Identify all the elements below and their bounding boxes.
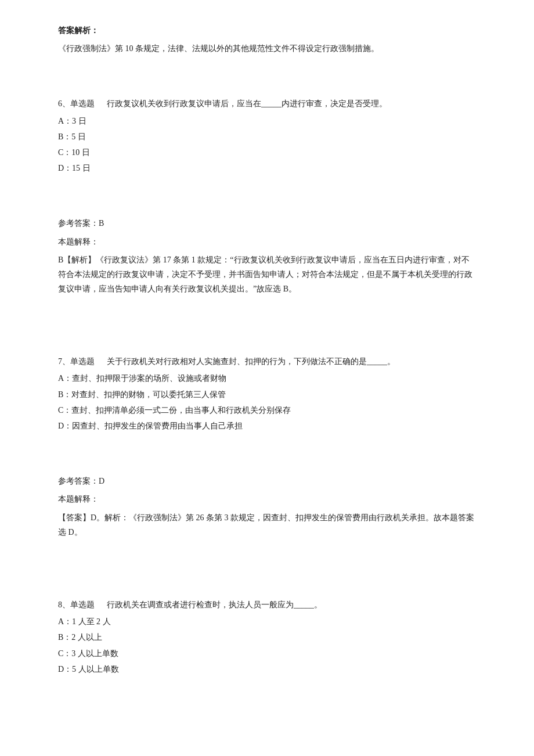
question-block-6: 6、单选题 行政复议机关收到行政复议申请后，应当在_____内进行审查，决定是否… (58, 96, 476, 175)
explanation-label-6: 本题解释： (58, 235, 476, 249)
option-7-d: D：因查封、扣押发生的保管费用由当事人自己承担 (58, 419, 476, 433)
option-7-c: C：查封、扣押清单必须一式二份，由当事人和行政机关分别保存 (58, 403, 476, 417)
option-8-a: A：1 人至 2 人 (58, 614, 476, 629)
question-number-6: 6、单选题 (58, 99, 95, 108)
question-title-6: 6、单选题 行政复议机关收到行政复议申请后，应当在_____内进行审查，决定是否… (58, 96, 476, 111)
explanation-label-7: 本题解释： (58, 492, 476, 506)
question-title-8: 8、单选题 行政机关在调查或者进行检查时，执法人员一般应为_____。 (58, 597, 476, 612)
explanation-text-7: 【答案】D。解析：《行政强制法》第 26 条第 3 款规定，因查封、扣押发生的保… (58, 510, 476, 539)
answer-analysis-section-5: 答案解析： 《行政强制法》第 10 条规定，法律、法规以外的其他规范性文件不得设… (58, 23, 476, 56)
spacer-9 (58, 568, 476, 586)
spacer-4 (58, 308, 476, 325)
spacer-2 (58, 181, 476, 199)
answer-label-5: 答案解析： (58, 26, 99, 35)
question-block-8: 8、单选题 行政机关在调查或者进行检查时，执法人员一般应为_____。 A：1 … (58, 597, 476, 676)
options-8: A：1 人至 2 人 B：2 人以上 C：3 人以上单数 D：5 人以上单数 (58, 614, 476, 676)
options-7: A：查封、扣押限于涉案的场所、设施或者财物 B：对查封、扣押的财物，可以委托第三… (58, 371, 476, 433)
spacer-3 (58, 199, 476, 216)
spacer-1 (58, 67, 476, 85)
option-6-a: A：3 日 (58, 114, 476, 128)
option-8-d: D：5 人以上单数 (58, 662, 476, 676)
question-number-8: 8、单选题 (58, 600, 95, 609)
question-block-7: 7、单选题 关于行政机关对行政相对人实施查封、扣押的行为，下列做法不正确的是__… (58, 354, 476, 433)
question-text-8: 行政机关在调查或者进行检查时，执法人员一般应为_____。 (107, 600, 322, 609)
question-title-7: 7、单选题 关于行政机关对行政相对人实施查封、扣押的行为，下列做法不正确的是__… (58, 354, 476, 369)
option-7-a: A：查封、扣押限于涉案的场所、设施或者财物 (58, 371, 476, 386)
spacer-6 (58, 439, 476, 456)
spacer-8 (58, 551, 476, 568)
option-6-d: D：15 日 (58, 161, 476, 175)
options-6: A：3 日 B：5 日 C：10 日 D：15 日 (58, 114, 476, 176)
question-number-7: 7、单选题 (58, 357, 95, 366)
question-text-6: 行政复议机关收到行政复议申请后，应当在_____内进行审查，决定是否受理。 (107, 99, 387, 108)
spacer-5 (58, 325, 476, 343)
option-8-b: B：2 人以上 (58, 630, 476, 645)
reference-answer-6: 参考答案：B (58, 216, 476, 231)
question-text-7: 关于行政机关对行政相对人实施查封、扣押的行为，下列做法不正确的是_____。 (107, 357, 395, 366)
option-6-c: C：10 日 (58, 145, 476, 160)
spacer-7 (58, 456, 476, 474)
answer-section-6: 参考答案：B 本题解释： B【解析】《行政复议法》第 17 条第 1 款规定：“… (58, 216, 476, 296)
reference-answer-7: 参考答案：D (58, 474, 476, 488)
option-6-b: B：5 日 (58, 129, 476, 144)
analysis-text-5: 《行政强制法》第 10 条规定，法律、法规以外的其他规范性文件不得设定行政强制措… (58, 41, 476, 56)
option-7-b: B：对查封、扣押的财物，可以委托第三人保管 (58, 387, 476, 402)
answer-section-7: 参考答案：D 本题解释： 【答案】D。解析：《行政强制法》第 26 条第 3 款… (58, 474, 476, 539)
explanation-text-6: B【解析】《行政复议法》第 17 条第 1 款规定：“行政复议机关收到行政复议申… (58, 253, 476, 297)
option-8-c: C：3 人以上单数 (58, 646, 476, 661)
